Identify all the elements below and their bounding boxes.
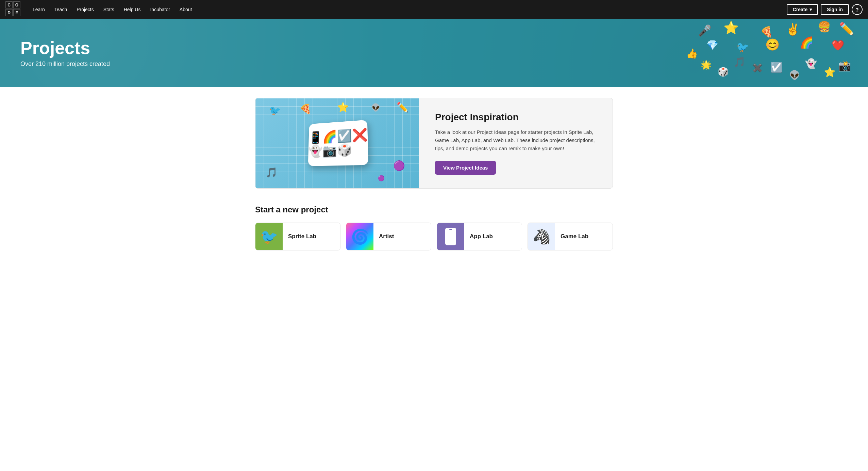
deco-rainbow: 🌈 <box>800 36 814 49</box>
hero-subtitle: Over 210 million projects created <box>20 60 110 68</box>
logo-d: D <box>5 9 13 16</box>
deco-alien: 👽 <box>789 70 800 81</box>
deco-star3: ⭐ <box>824 67 836 78</box>
app-lab-name: App Lab <box>464 233 498 240</box>
deco-diamond: 💎 <box>706 39 718 51</box>
deco-microphone: 🎤 <box>698 24 712 37</box>
nav-projects[interactable]: Projects <box>72 5 98 14</box>
nav-about[interactable]: About <box>176 5 196 14</box>
float-star: ⭐ <box>337 102 349 113</box>
deco-thumbsup: 👍 <box>686 48 698 59</box>
phone-mockup: 📱🌈☑️❌👻📷🎲 <box>308 120 368 166</box>
create-label: Create <box>793 7 808 12</box>
inspiration-image: 🐦 🍕 ⭐ 👽 ✏️ 🎵 🟣 🟣 📱🌈☑️❌👻📷🎲 <box>255 98 419 188</box>
nav-helpus[interactable]: Help Us <box>120 5 145 14</box>
deco-dice: 🎲 <box>718 67 729 77</box>
hero-text-block: Projects Over 210 million projects creat… <box>20 38 110 68</box>
app-lab-thumb <box>437 223 464 250</box>
deco-peace: ✌️ <box>786 22 800 36</box>
deco-x: ✖️ <box>752 63 763 73</box>
game-lab-name: Game Lab <box>555 233 594 240</box>
deco-pencil: ✏️ <box>839 22 854 36</box>
deco-ghost: 👻 <box>805 58 817 69</box>
float-bird: 🐦 <box>269 105 281 116</box>
phone-contents: 📱🌈☑️❌👻📷🎲 <box>308 127 368 158</box>
game-lab-thumb: 🦓 <box>528 223 555 250</box>
project-card-artist[interactable]: 🌀 Artist <box>346 223 431 250</box>
main-content: 🐦 🍕 ⭐ 👽 ✏️ 🎵 🟣 🟣 📱🌈☑️❌👻📷🎲 Project Inspir… <box>247 87 621 261</box>
create-button[interactable]: Create ▾ <box>787 4 818 15</box>
deco-star2: 🌟 <box>701 60 712 70</box>
logo-e: E <box>13 9 20 16</box>
project-card-game-lab[interactable]: 🦓 Game Lab <box>528 223 613 250</box>
hero-decorations: 🎤 ⭐ 🍕 ✌️ 🍔 ✏️ 💎 🐦 😊 🌈 ❤️ 🌟 🎵 ☑️ 👻 📸 👍 🎲 … <box>630 19 868 87</box>
nav-actions: Create ▾ Sign in ? <box>787 4 863 15</box>
view-project-ideas-button[interactable]: View Project Ideas <box>435 161 496 175</box>
project-card-sprite-lab[interactable]: 🐦 Sprite Lab <box>255 223 340 250</box>
float-alien: 👽 <box>371 103 380 112</box>
hero-title: Projects <box>20 38 110 58</box>
deco-heart: ❤️ <box>832 39 844 51</box>
logo-c: C <box>5 1 13 8</box>
site-logo[interactable]: C O D E <box>5 1 22 18</box>
float-note: 🎵 <box>266 167 278 178</box>
inspiration-text: Project Inspiration Take a look at our P… <box>419 98 613 188</box>
inspiration-card: 🐦 🍕 ⭐ 👽 ✏️ 🎵 🟣 🟣 📱🌈☑️❌👻📷🎲 Project Inspir… <box>255 98 613 189</box>
project-grid: 🐦 Sprite Lab 🌀 Artist App Lab 🦓 Game Lab <box>255 223 613 250</box>
sprite-lab-thumb: 🐦 <box>255 223 283 250</box>
nav-links: Learn Teach Projects Stats Help Us Incub… <box>29 5 787 14</box>
float-pencil: ✏️ <box>397 102 408 113</box>
deco-burger: 🍔 <box>818 21 831 33</box>
game-lab-icon: 🦓 <box>533 228 550 245</box>
dropdown-arrow-icon: ▾ <box>809 7 812 12</box>
nav-stats[interactable]: Stats <box>99 5 118 14</box>
app-lab-phone-icon <box>445 228 456 245</box>
deco-yellow: 😊 <box>765 38 780 51</box>
float-pizza: 🍕 <box>300 103 312 115</box>
sprite-lab-name: Sprite Lab <box>283 233 322 240</box>
nav-teach[interactable]: Teach <box>50 5 71 14</box>
new-project-title: Start a new project <box>255 205 613 214</box>
nav-learn[interactable]: Learn <box>29 5 49 14</box>
help-button[interactable]: ? <box>852 4 863 15</box>
hero-banner: Projects Over 210 million projects creat… <box>0 19 868 87</box>
main-nav: C O D E Learn Teach Projects Stats Help … <box>0 0 868 19</box>
float-dot1: 🟣 <box>393 160 405 171</box>
project-card-app-lab[interactable]: App Lab <box>437 223 522 250</box>
inspiration-description: Take a look at our Project Ideas page fo… <box>435 128 596 153</box>
deco-music: 🎵 <box>734 56 746 68</box>
logo-o: O <box>13 1 20 8</box>
deco-check: ☑️ <box>770 62 783 73</box>
inspiration-title: Project Inspiration <box>435 112 596 123</box>
sprite-lab-icon: 🐦 <box>260 228 278 245</box>
deco-star1: ⭐ <box>723 21 739 35</box>
float-dot2: 🟣 <box>378 175 385 181</box>
signin-button[interactable]: Sign in <box>821 4 849 15</box>
artist-thumb: 🌀 <box>346 223 373 250</box>
deco-camera: 📸 <box>838 60 851 72</box>
artist-icon: 🌀 <box>351 228 369 245</box>
deco-bird: 🐦 <box>736 41 749 53</box>
nav-incubator[interactable]: Incubator <box>146 5 174 14</box>
artist-name: Artist <box>373 233 399 240</box>
deco-pizza: 🍕 <box>760 26 773 38</box>
